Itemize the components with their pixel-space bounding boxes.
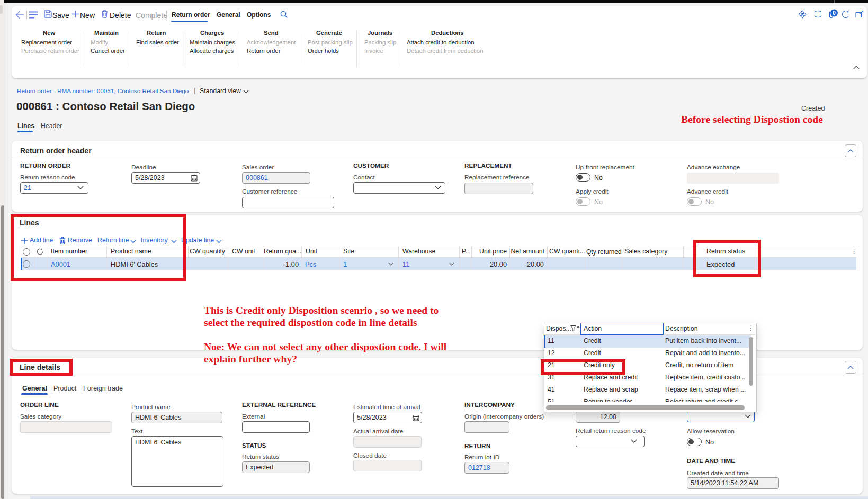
svg-text:0: 0 bbox=[833, 10, 836, 16]
